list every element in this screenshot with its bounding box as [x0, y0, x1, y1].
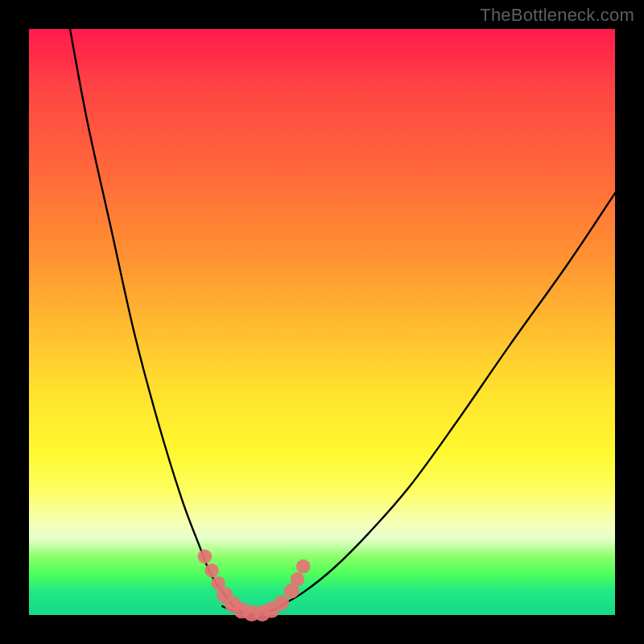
valley-bead — [291, 572, 304, 586]
chart-frame: TheBottleneck.com — [0, 0, 644, 644]
valley-beads — [198, 549, 311, 621]
curve-left — [70, 29, 249, 615]
watermark-label: TheBottleneck.com — [480, 5, 634, 26]
plot-area — [29, 29, 615, 615]
curve-right — [281, 193, 615, 606]
curve-layer — [29, 29, 615, 615]
valley-bead — [204, 564, 218, 577]
valley-bead — [296, 559, 310, 573]
valley-bead — [198, 549, 212, 563]
valley-bead — [274, 595, 289, 610]
